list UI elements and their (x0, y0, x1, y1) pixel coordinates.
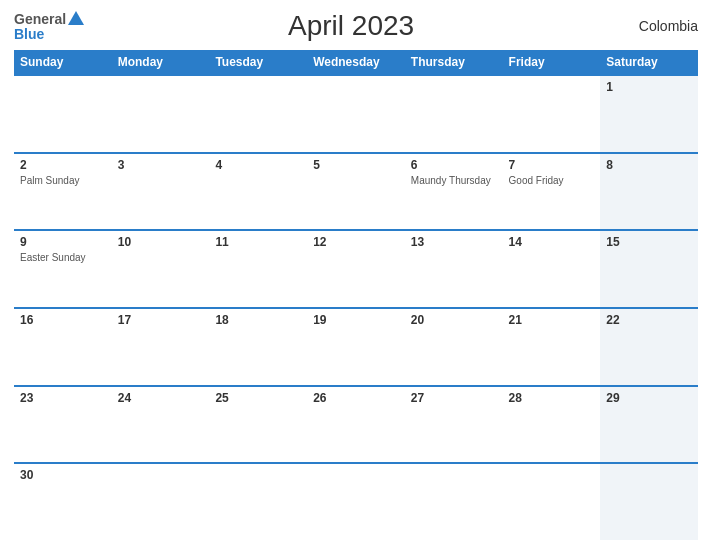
cal-cell-w1-d7: 1 (600, 76, 698, 152)
cell-date-number: 26 (313, 391, 399, 405)
logo-blue-text: Blue (14, 27, 44, 41)
cell-date-number: 27 (411, 391, 497, 405)
cell-date-number: 4 (215, 158, 301, 172)
cell-date-number: 21 (509, 313, 595, 327)
cell-date-number: 15 (606, 235, 692, 249)
cal-cell-w4-d7: 22 (600, 309, 698, 385)
cell-date-number: 7 (509, 158, 595, 172)
cell-date-number: 8 (606, 158, 692, 172)
cal-cell-w2-d5: 6Maundy Thursday (405, 154, 503, 230)
page: General Blue April 2023 Colombia Sunday … (0, 0, 712, 550)
cal-cell-w2-d2: 3 (112, 154, 210, 230)
cell-date-number: 14 (509, 235, 595, 249)
month-title: April 2023 (84, 10, 618, 42)
calendar-week-4: 16171819202122 (14, 307, 698, 385)
cal-cell-w1-d3 (209, 76, 307, 152)
cell-date-number: 19 (313, 313, 399, 327)
calendar-week-2: 2Palm Sunday3456Maundy Thursday7Good Fri… (14, 152, 698, 230)
cell-date-number: 6 (411, 158, 497, 172)
logo-triangle-icon (68, 11, 84, 25)
cal-cell-w3-d7: 15 (600, 231, 698, 307)
cell-date-number: 10 (118, 235, 204, 249)
cell-date-number: 1 (606, 80, 692, 94)
cell-date-number: 17 (118, 313, 204, 327)
calendar-week-3: 9Easter Sunday101112131415 (14, 229, 698, 307)
cal-cell-w4-d5: 20 (405, 309, 503, 385)
cal-cell-w6-d6 (503, 464, 601, 540)
calendar-week-6: 30 (14, 462, 698, 540)
header-thursday: Thursday (405, 50, 503, 74)
cell-date-number: 25 (215, 391, 301, 405)
cal-cell-w6-d3 (209, 464, 307, 540)
cell-event-label: Palm Sunday (20, 174, 106, 187)
cal-cell-w6-d7 (600, 464, 698, 540)
cal-cell-w1-d5 (405, 76, 503, 152)
cal-cell-w2-d7: 8 (600, 154, 698, 230)
cell-date-number: 11 (215, 235, 301, 249)
cal-cell-w5-d5: 27 (405, 387, 503, 463)
cal-cell-w2-d4: 5 (307, 154, 405, 230)
cal-cell-w3-d6: 14 (503, 231, 601, 307)
cal-cell-w4-d6: 21 (503, 309, 601, 385)
cell-event-label: Maundy Thursday (411, 174, 497, 187)
cal-cell-w4-d4: 19 (307, 309, 405, 385)
header-sunday: Sunday (14, 50, 112, 74)
header-friday: Friday (503, 50, 601, 74)
cal-cell-w6-d1: 30 (14, 464, 112, 540)
cal-cell-w2-d3: 4 (209, 154, 307, 230)
cal-cell-w4-d1: 16 (14, 309, 112, 385)
cal-cell-w4-d2: 17 (112, 309, 210, 385)
cal-cell-w3-d3: 11 (209, 231, 307, 307)
cal-cell-w1-d2 (112, 76, 210, 152)
cell-date-number: 23 (20, 391, 106, 405)
cal-cell-w3-d2: 10 (112, 231, 210, 307)
calendar-day-headers: Sunday Monday Tuesday Wednesday Thursday… (14, 50, 698, 74)
cal-cell-w5-d2: 24 (112, 387, 210, 463)
cell-date-number: 16 (20, 313, 106, 327)
header-monday: Monday (112, 50, 210, 74)
cal-cell-w3-d1: 9Easter Sunday (14, 231, 112, 307)
logo: General Blue (14, 11, 84, 41)
cal-cell-w1-d1 (14, 76, 112, 152)
cell-date-number: 20 (411, 313, 497, 327)
cell-date-number: 30 (20, 468, 106, 482)
cell-date-number: 18 (215, 313, 301, 327)
cal-cell-w1-d4 (307, 76, 405, 152)
calendar-header: General Blue April 2023 Colombia (14, 10, 698, 42)
cell-date-number: 3 (118, 158, 204, 172)
header-saturday: Saturday (600, 50, 698, 74)
cell-date-number: 22 (606, 313, 692, 327)
cal-cell-w3-d4: 12 (307, 231, 405, 307)
cell-event-label: Easter Sunday (20, 251, 106, 264)
cell-event-label: Good Friday (509, 174, 595, 187)
cell-date-number: 24 (118, 391, 204, 405)
cell-date-number: 29 (606, 391, 692, 405)
country-label: Colombia (618, 18, 698, 34)
cell-date-number: 5 (313, 158, 399, 172)
cal-cell-w4-d3: 18 (209, 309, 307, 385)
cal-cell-w6-d5 (405, 464, 503, 540)
cal-cell-w5-d1: 23 (14, 387, 112, 463)
cal-cell-w5-d7: 29 (600, 387, 698, 463)
cal-cell-w5-d3: 25 (209, 387, 307, 463)
calendar-body: 12Palm Sunday3456Maundy Thursday7Good Fr… (14, 74, 698, 540)
calendar-week-5: 23242526272829 (14, 385, 698, 463)
header-tuesday: Tuesday (209, 50, 307, 74)
cell-date-number: 2 (20, 158, 106, 172)
cell-date-number: 28 (509, 391, 595, 405)
cal-cell-w6-d2 (112, 464, 210, 540)
calendar-week-1: 1 (14, 74, 698, 152)
cal-cell-w5-d4: 26 (307, 387, 405, 463)
cell-date-number: 12 (313, 235, 399, 249)
cell-date-number: 13 (411, 235, 497, 249)
cal-cell-w3-d5: 13 (405, 231, 503, 307)
calendar: Sunday Monday Tuesday Wednesday Thursday… (14, 50, 698, 540)
logo-general-text: General (14, 12, 66, 26)
cal-cell-w6-d4 (307, 464, 405, 540)
header-wednesday: Wednesday (307, 50, 405, 74)
cal-cell-w2-d6: 7Good Friday (503, 154, 601, 230)
cal-cell-w2-d1: 2Palm Sunday (14, 154, 112, 230)
cal-cell-w1-d6 (503, 76, 601, 152)
cell-date-number: 9 (20, 235, 106, 249)
cal-cell-w5-d6: 28 (503, 387, 601, 463)
